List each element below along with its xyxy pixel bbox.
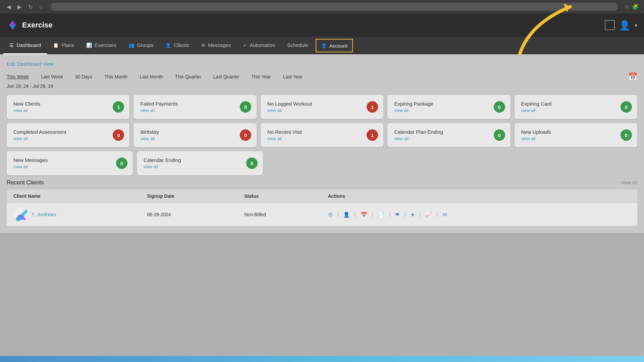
nav-back-button[interactable]: ◀ (5, 2, 12, 11)
nav-item-messages[interactable]: ✉ Messages (195, 37, 237, 54)
nav-refresh-button[interactable]: ↻ (27, 2, 34, 11)
star-action-icon[interactable]: ★ (410, 212, 415, 218)
card-title-no-recent-visit: No Recent Visit (267, 129, 377, 135)
card-new-uploads: New Uploads view all 0 (515, 123, 637, 147)
app-header: Exercise □ 👤 ▾ (0, 13, 644, 37)
calendar-action-icon[interactable]: 📅 (361, 212, 367, 218)
card-viewall-birthday[interactable]: view all (140, 136, 250, 141)
card-new-messages: New Messages view all 0 (7, 151, 133, 175)
card-calendar-plan-ending: Calendar Plan Ending view all 0 (387, 123, 510, 147)
calendar-icon[interactable]: 📅 (628, 72, 637, 81)
card-title-calendar-plan-ending: Calendar Plan Ending (394, 129, 503, 135)
chart-action-icon[interactable]: 📈 (425, 212, 432, 218)
clients-icon: 👤 (165, 43, 171, 48)
email-action-icon[interactable]: ✉ (443, 212, 447, 218)
card-no-logged-workout: No Logged Workout view all 1 (261, 95, 383, 119)
card-viewall-no-recent-visit[interactable]: view all (267, 136, 377, 141)
card-expiring-card: Expiring Card view all 0 (515, 95, 637, 119)
nav-item-automation[interactable]: ✓ Automation (237, 37, 281, 54)
date-range-label: Jun 19, 24 - Jul 26, 24 (7, 83, 637, 89)
user-avatar-icon[interactable]: 👤 (619, 20, 631, 31)
svg-marker-3 (9, 20, 13, 30)
nav-label-plans: Plans (61, 42, 74, 48)
avatar (13, 207, 28, 222)
table-row: T...Andrews 06-26-2024 Non-Billed ⚙ | 👤 … (7, 203, 637, 226)
nav-forward-button[interactable]: ▶ (16, 2, 23, 11)
card-title-failed-payments: Failed Payments (140, 101, 250, 107)
card-viewall-expiring-card[interactable]: view all (521, 108, 631, 113)
filter-last-year[interactable]: Last Year (277, 72, 309, 81)
filter-this-year[interactable]: This Year (245, 72, 277, 81)
nav-home-button[interactable]: ⌂ (38, 2, 44, 11)
card-title-completed-assessment: Completed Assessment (13, 129, 123, 135)
nav-label-messages: Messages (208, 42, 231, 48)
card-badge-calendar-ending: 0 (246, 158, 258, 169)
filter-this-quarter[interactable]: This Quarter (169, 72, 207, 81)
filter-last-quarter[interactable]: Last Quarter (207, 72, 245, 81)
window-icon-button[interactable]: □ (605, 20, 615, 30)
card-viewall-new-clients[interactable]: view all (13, 108, 123, 113)
card-viewall-new-messages[interactable]: view all (13, 164, 126, 169)
account-icon: 👤 (321, 43, 327, 48)
nav-item-dashboard[interactable]: ☰ Dashboard (3, 37, 47, 54)
filter-30-days[interactable]: 30 Days (69, 72, 98, 81)
nav-label-schedule: Schedule (287, 42, 308, 48)
cards-row-2: Completed Assessment view all 0 Birthday… (7, 123, 637, 147)
settings-action-icon[interactable]: ⚙ (328, 212, 333, 218)
filter-this-week[interactable]: This Week (7, 72, 35, 81)
nav-item-clients[interactable]: 👤 Clients (159, 37, 195, 54)
nav-label-account: Account (329, 43, 347, 49)
filter-last-month[interactable]: Last Month (133, 72, 169, 81)
profile-action-icon[interactable]: 👤 (343, 212, 350, 218)
filter-this-month[interactable]: This Month (98, 72, 133, 81)
filter-last-week[interactable]: Last Week (35, 72, 69, 81)
card-badge-completed-assessment: 0 (113, 129, 124, 141)
card-viewall-calendar-plan-ending[interactable]: view all (394, 136, 503, 141)
col-status: Status (237, 189, 321, 203)
header-chevron-icon[interactable]: ▾ (635, 22, 637, 28)
client-name-link[interactable]: T...Andrews (32, 212, 56, 217)
card-completed-assessment: Completed Assessment view all 0 (7, 123, 129, 147)
card-viewall-calendar-ending[interactable]: view all (144, 164, 256, 169)
card-viewall-failed-payments[interactable]: view all (140, 108, 250, 113)
card-title-new-clients: New Clients (13, 101, 123, 107)
groups-icon: 👥 (128, 43, 134, 48)
card-viewall-completed-assessment[interactable]: view all (13, 136, 123, 141)
messages-icon: ✉ (201, 43, 205, 48)
nav-label-dashboard: Dashboard (16, 42, 41, 48)
card-title-expiring-package: Expiring Package (394, 101, 503, 107)
card-viewall-expiring-package[interactable]: view all (394, 108, 503, 113)
clients-table: Client Name Signup Date Status Actions (7, 189, 637, 226)
logo-icon (7, 19, 19, 31)
nav-item-plans[interactable]: 📋 Plans (47, 37, 80, 54)
card-badge-calendar-plan-ending: 0 (494, 129, 505, 141)
nav-item-exercises[interactable]: 📊 Exercises (80, 37, 122, 54)
nav-bar: ☰ Dashboard 📋 Plans 📊 Exercises 👥 Groups… (0, 37, 644, 54)
main-content: Edit Dashboard View This Week Last Week … (0, 54, 644, 233)
client-name-cell: T...Andrews (7, 203, 140, 226)
card-viewall-new-uploads[interactable]: view all (521, 136, 631, 141)
svg-marker-2 (13, 20, 16, 30)
client-status: Non-Billed (237, 203, 321, 226)
date-filter-row: This Week Last Week 30 Days This Month L… (7, 72, 637, 81)
recent-clients-header: Recent Clients View All (7, 179, 637, 186)
client-actions-cell: ⚙ | 👤 | 📅 | 📄 | ❤ | ★ | 📈 | (321, 203, 638, 226)
card-badge-failed-payments: 0 (240, 101, 251, 113)
card-badge-birthday: 0 (240, 129, 251, 141)
card-viewall-no-logged-workout[interactable]: view all (267, 108, 377, 113)
app-logo[interactable]: Exercise (7, 19, 53, 31)
extensions-icon: 🧩 (632, 4, 639, 10)
card-title-expiring-card: Expiring Card (521, 101, 631, 107)
card-expiring-package: Expiring Package view all 0 (387, 95, 510, 119)
edit-dashboard-link[interactable]: Edit Dashboard View (7, 61, 54, 67)
nav-item-account[interactable]: 👤 Account (316, 39, 353, 52)
address-bar[interactable] (51, 3, 618, 11)
document-action-icon[interactable]: 📄 (378, 212, 384, 218)
health-action-icon[interactable]: ❤ (395, 212, 399, 218)
action-icons: ⚙ | 👤 | 📅 | 📄 | ❤ | ★ | 📈 | (328, 212, 631, 218)
nav-item-schedule[interactable]: Schedule (281, 37, 314, 54)
nav-item-groups[interactable]: 👥 Groups (122, 37, 159, 54)
recent-clients-view-all[interactable]: View All (621, 180, 637, 185)
card-title-birthday: Birthday (140, 129, 250, 135)
card-badge-new-clients: 1 (113, 101, 124, 113)
